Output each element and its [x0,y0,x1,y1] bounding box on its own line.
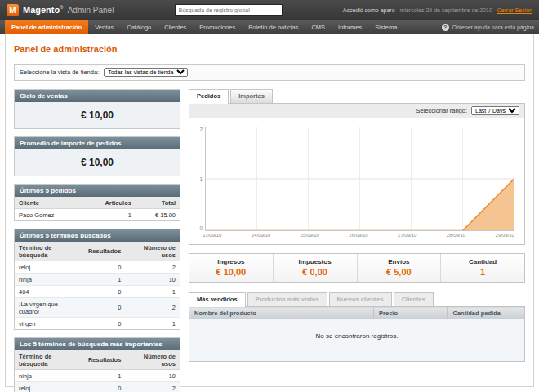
global-search-input[interactable] [175,4,283,16]
x-tick-label: 26/09/10 [349,233,368,238]
col-header: Resultados [84,242,125,261]
last-orders-panel: Últimos 5 pedidos Cliente Artículos Tota… [14,184,180,221]
nav-item-promociones[interactable]: Promociones [193,20,242,34]
cell-customer: Paco Gomez [15,209,82,221]
nav-item-catalogo[interactable]: Catálogo [120,20,158,34]
chart-box: Seleccionar rango: Last 7 Days 210 23/09… [189,103,525,245]
magento-logo-icon: M [7,4,19,16]
x-tick-label: 29/09/10 [496,233,514,238]
nav-item-dashboard[interactable]: Panel de administración [5,20,88,34]
table-row: reloj 0 2 [15,261,180,274]
table-row: virgen 0 1 [15,318,180,330]
cell-term: reloj [15,382,84,392]
chart-area: 210 [189,118,524,231]
store-view-select[interactable]: Todas las vistas de tienda [104,68,188,77]
nav-item-ventas[interactable]: Ventas [88,20,120,34]
y-tick-label: 2 [199,127,203,132]
cell-results: 0 [84,286,125,298]
chart-tabs: Pedidos Importes [189,89,525,103]
x-tick-label: 25/09/10 [301,233,319,238]
col-header: Número de usos [125,242,180,261]
logout-link[interactable]: Cerrar Sesión [497,7,532,13]
page-title: Panel de administración [14,44,525,54]
stat-envios: Envíos € 5,00 [357,254,441,282]
logo-title: Magento [23,5,60,15]
sales-cycle-panel: Ciclo de ventas € 10,00 [14,89,180,129]
tab-pedidos[interactable]: Pedidos [189,89,229,104]
avg-order-panel: Promedio de importe de pedidos € 10,00 [14,136,180,176]
tab-mas-vendidos[interactable]: Más vendidos [189,292,246,307]
cell-term: ninja [15,370,84,382]
main-nav: Panel de administración Ventas Catálogo … [0,20,539,34]
stat-ingresos: Ingresos € 10,00 [189,254,273,282]
cell-term: ¡La virgen que cuadro! [15,298,84,318]
cell-term: 404 [15,286,84,298]
chart-plot [205,127,514,231]
last-search-title: Últimos 5 términos buscados [15,229,180,242]
cell-results: 0 [84,318,125,330]
left-column: Ciclo de ventas € 10,00 Promedio de impo… [14,89,180,392]
cell-total: € 15.00 [136,209,180,221]
avg-order-value: € 10,00 [15,149,180,176]
cell-results: 1 [84,370,125,382]
cell-uses: 2 [125,298,180,318]
nav-item-sistema[interactable]: Sistema [368,20,403,34]
logo-subtitle: Admin Panel [68,6,114,15]
col-header: Término de búsqueda [15,350,84,370]
current-date: miércoles 29 de septiembre de 2010 [400,7,492,13]
store-view-label: Seleccione la vista de tienda: [20,69,99,76]
nav-item-informes[interactable]: Informes [332,20,368,34]
right-column: Pedidos Importes Seleccionar rango: Last… [189,89,525,362]
stat-label: Ingresos [189,258,273,265]
table-row: ¡La virgen que cuadro! 0 2 [15,298,180,318]
y-tick-label: 0 [199,225,203,231]
table-row: ninja 1 10 [15,370,180,382]
tab-importes[interactable]: Importes [230,89,273,103]
bottom-tabs: Más vendidos Productos más vistos Nuevos… [189,292,525,306]
dashboard-columns: Ciclo de ventas € 10,00 Promedio de impo… [14,89,525,392]
header-meta: Accedió como aparo miércoles 29 de septi… [343,7,532,13]
table-row: ninja 1 10 [15,274,180,286]
col-header: Número de usos [125,350,180,370]
stat-value: € 5,00 [358,267,441,277]
y-tick-label: 1 [199,176,203,182]
x-tick-label: 27/09/10 [398,233,416,238]
cell-uses: 1 [125,318,180,330]
help-label: Obtener ayuda para esta página [452,24,534,30]
page-help-link[interactable]: ? Obtener ayuda para esta página [442,20,534,34]
range-label: Seleccionar rango: [416,107,467,114]
best-sellers-grid: Nombre del producto Precio Cantidad pedi… [189,306,525,362]
content-frame: Panel de administración Seleccione la vi… [5,34,534,387]
stat-label: Cantidad [441,258,524,265]
col-header: Resultados [84,350,125,370]
help-icon: ? [442,24,449,31]
cell-results: 0 [84,382,125,392]
range-select[interactable]: Last 7 Days [471,106,519,115]
cell-uses: 2 [125,261,180,274]
nav-item-clientes[interactable]: Clientes [158,20,193,34]
table-row: 404 0 1 [15,286,180,298]
top-search-table: Término de búsqueda Resultados Número de… [15,350,180,392]
nav-item-cms[interactable]: CMS [305,20,332,34]
cell-results: 1 [84,274,125,286]
registered-mark: ® [60,5,63,10]
tab-clientes: Clientes [394,292,434,306]
logged-in-as: Accedió como aparo [343,7,395,13]
cell-results: 0 [84,261,125,274]
cell-term: ninja [15,274,84,286]
top-search-title: Los 5 términos de búsqueda más important… [15,338,180,350]
stat-label: Envíos [358,258,441,265]
col-header: Cliente [15,197,82,209]
x-tick-label: 23/09/10 [203,233,221,238]
orders-area-chart [205,127,514,231]
global-search-wrap [120,4,336,16]
last-search-panel: Últimos 5 términos buscados Término de b… [14,229,180,330]
top-bar: M Magento® Admin Panel Accedió como apar… [0,0,539,20]
stat-value: € 10,00 [189,267,273,277]
table-row: reloj 0 2 [15,382,180,392]
store-view-selector: Seleccione la vista de tienda: Todas las… [14,64,525,81]
stat-impuestos: Impuestos € 0,00 [273,254,357,282]
cell-uses: 1 [125,286,180,298]
nav-item-boletin[interactable]: Boletín de noticias [242,20,305,34]
cell-term: reloj [15,261,84,274]
